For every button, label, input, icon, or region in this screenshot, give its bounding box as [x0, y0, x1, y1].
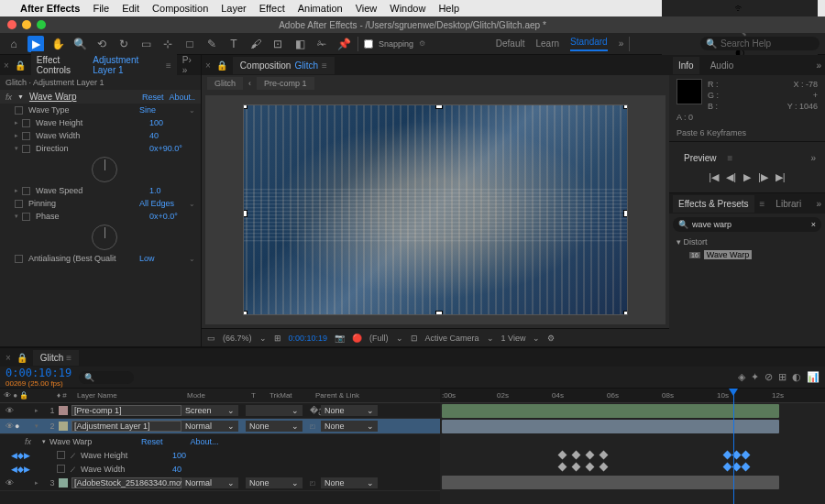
effect-item-wave-warp[interactable]: 16Wave Warp [673, 248, 821, 261]
playhead[interactable] [733, 389, 734, 504]
stopwatch-icon[interactable] [22, 145, 30, 153]
zoom-tool[interactable]: 🔍 [72, 36, 88, 52]
menu-composition[interactable]: Composition [152, 3, 208, 14]
orbit-tool[interactable]: ⟲ [94, 36, 110, 52]
keyframe-icon[interactable] [586, 463, 595, 472]
pen-tool[interactable]: ✎ [204, 36, 220, 52]
camera-dropdown[interactable]: Active Camera [425, 334, 479, 343]
timecode-display[interactable]: 0:00:10:19 [289, 334, 328, 343]
composition-viewer[interactable] [205, 95, 666, 324]
minimize-window-button[interactable] [22, 20, 31, 29]
phase-dial[interactable] [92, 225, 117, 250]
keyframe-icon[interactable] [558, 451, 567, 460]
project-flyout-icon[interactable]: × [4, 60, 9, 71]
keyframe-icon[interactable] [723, 463, 732, 472]
stopwatch-icon[interactable] [22, 187, 30, 195]
resolution-icon[interactable]: ⊞ [274, 334, 281, 343]
camera-tool[interactable]: ▭ [138, 36, 154, 52]
menu-edit[interactable]: Edit [122, 3, 139, 14]
viewer-options-icon[interactable]: ⚙ [547, 334, 555, 343]
lock-icon[interactable]: 🔒 [216, 60, 227, 71]
time-ruler[interactable]: :00s 02s 04s 06s 08s 10s 12s [440, 389, 825, 403]
effect-about[interactable]: About.. [169, 93, 195, 102]
effects-presets-tab[interactable]: Effects & Presets [673, 195, 754, 213]
keyframe-icon[interactable] [572, 463, 581, 472]
prev-frame-icon[interactable]: ◀| [726, 171, 736, 183]
info-tab[interactable]: Info [673, 57, 699, 74]
timeline-search[interactable]: 🔍 [79, 371, 134, 384]
text-tool[interactable]: T [226, 36, 242, 52]
timeline-timecode[interactable]: 0:00:10:19 [6, 367, 72, 379]
motion-blur-icon[interactable]: ◐ [792, 371, 801, 383]
mag-icon[interactable]: ▭ [207, 334, 215, 343]
eraser-tool[interactable]: ◧ [292, 36, 308, 52]
stopwatch-icon[interactable] [22, 213, 30, 221]
menu-help[interactable]: Help [438, 3, 459, 14]
keyframe-icon[interactable] [742, 451, 751, 460]
keyframe-icon[interactable] [742, 463, 751, 472]
stopwatch-icon[interactable] [57, 465, 65, 473]
brush-tool[interactable]: 🖌 [248, 36, 264, 52]
timeline-prop-height[interactable]: ◀◆▶⟋Wave Height100 [0, 448, 440, 462]
grid-icon[interactable]: ⊡ [411, 334, 418, 343]
home-icon[interactable]: ⌂ [6, 36, 22, 52]
panel-overflow[interactable]: P› » [182, 55, 197, 75]
hand-tool[interactable]: ✋ [50, 36, 66, 52]
resolution-dropdown[interactable]: (Full) [369, 334, 389, 343]
puppet-tool[interactable]: 📌 [336, 36, 352, 52]
snapping-checkbox[interactable] [364, 39, 373, 49]
rotate-tool[interactable]: ↻ [116, 36, 132, 52]
lock-icon[interactable]: 🔒 [16, 353, 28, 363]
panel-overflow-icon[interactable]: » [816, 60, 821, 71]
frame-blend-icon[interactable]: ⊞ [778, 371, 786, 383]
keyframe-nav-icon[interactable]: ◀◆▶ [11, 465, 22, 474]
workspace-overflow[interactable]: » [619, 38, 624, 49]
workspace-default[interactable]: Default [496, 38, 525, 49]
wifi-icon[interactable]: ᯤ [734, 2, 745, 15]
timeline-prop-width[interactable]: ◀◆▶⟋Wave Width40 [0, 462, 440, 476]
help-search[interactable]: 🔍Search Help [700, 37, 820, 50]
snapshot-icon[interactable]: 📷 [335, 334, 345, 343]
layer-bar-2[interactable] [442, 420, 779, 433]
effect-reset[interactable]: Reset [142, 93, 164, 102]
draft3d-icon[interactable]: ✦ [751, 371, 759, 383]
clear-search-icon[interactable]: × [811, 220, 816, 229]
workspace-standard[interactable]: Standard [570, 37, 608, 51]
play-icon[interactable]: ▶ [743, 171, 751, 183]
menu-window[interactable]: Window [390, 3, 425, 14]
audio-tab[interactable]: Audio [705, 57, 740, 74]
layer-row-2[interactable]: 👁●▾2[Adjustment Layer 1]Normal⌄None⌄⏍Non… [0, 419, 440, 434]
visibility-icon[interactable]: 👁 [4, 406, 15, 415]
layer-bar-3[interactable] [442, 476, 779, 489]
parent-dropdown[interactable]: None⌄ [321, 405, 378, 416]
stopwatch-icon[interactable] [15, 200, 23, 208]
maximize-window-button[interactable] [37, 20, 46, 29]
category-distort[interactable]: ▾ Distort [673, 236, 821, 248]
roto-tool[interactable]: ✁ [314, 36, 330, 52]
menu-layer[interactable]: Layer [221, 3, 247, 14]
stopwatch-icon[interactable] [22, 132, 30, 140]
menu-file[interactable]: File [93, 3, 109, 14]
workspace-learn[interactable]: Learn [536, 38, 560, 49]
visibility-icon[interactable]: 👁 [4, 422, 15, 431]
menu-view[interactable]: View [356, 3, 378, 14]
channels-icon[interactable]: 🔴 [352, 334, 362, 343]
mode-dropdown[interactable]: Screen⌄ [182, 405, 238, 416]
lock-icon[interactable]: 🔒 [15, 60, 26, 71]
views-dropdown[interactable]: 1 View [501, 334, 526, 343]
keyframe-icon[interactable] [723, 451, 732, 460]
selection-tool[interactable]: ▶ [28, 36, 44, 52]
crumb-precomp[interactable]: Pre-comp 1 [257, 77, 314, 90]
keyframe-icon[interactable] [600, 451, 609, 460]
composition-flowchart-icon[interactable]: ◈ [738, 371, 745, 383]
next-frame-icon[interactable]: |▶ [758, 171, 768, 183]
stopwatch-icon[interactable] [15, 106, 23, 115]
libraries-tab[interactable]: Librari [770, 195, 807, 213]
close-window-button[interactable] [7, 20, 16, 29]
menu-effect[interactable]: Effect [259, 3, 285, 14]
layer-bar-1[interactable] [442, 404, 779, 418]
crumb-glitch[interactable]: Glitch [207, 77, 243, 90]
stopwatch-icon[interactable] [22, 119, 30, 127]
anchor-tool[interactable]: ⊹ [160, 36, 176, 52]
keyframe-icon[interactable] [586, 451, 595, 460]
